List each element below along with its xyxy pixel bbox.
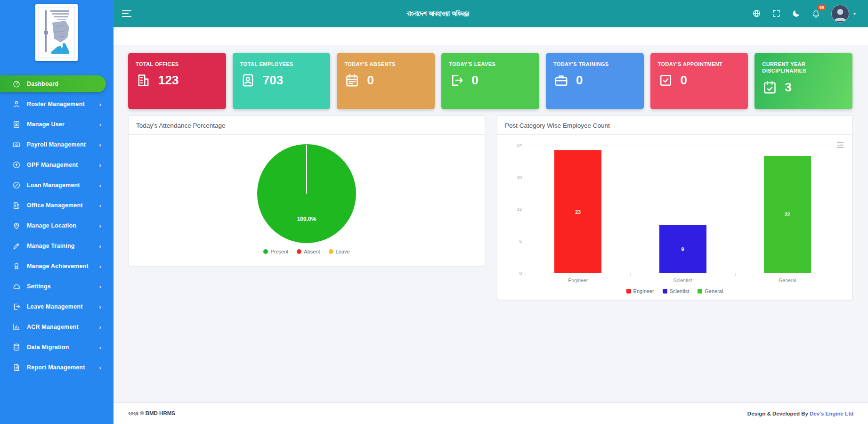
stat-card-label: TODAY'S TRAININGS	[553, 61, 636, 67]
language-globe-icon[interactable]	[752, 9, 761, 18]
legend-item-present[interactable]: Present	[263, 249, 288, 254]
sidebar-item-settings[interactable]: Settings›	[0, 278, 106, 295]
sidebar-item-acr-management[interactable]: ACR Management›	[0, 318, 106, 335]
sidebar-item-label: Dashboard	[27, 81, 58, 87]
org-logo[interactable]	[35, 4, 78, 61]
legend-marker	[329, 249, 333, 254]
category-panel: Post Category Wise Employee Count 061218…	[497, 115, 852, 300]
user-avatar[interactable]	[831, 5, 849, 23]
file-icon	[12, 363, 21, 372]
bar-scientist[interactable]: 9	[659, 225, 706, 273]
sidebar-item-label: ACR Management	[27, 324, 79, 330]
chevron-right-icon: ›	[99, 223, 101, 229]
stat-card-value: 0	[576, 73, 583, 88]
stat-card-value: 123	[158, 73, 178, 88]
stat-card-total-employees: TOTAL EMPLOYEES703	[233, 53, 331, 109]
x-axis-category-label: Scientist	[673, 277, 692, 283]
chevron-right-icon: ›	[99, 263, 101, 269]
y-axis-tick-label: 12	[507, 206, 522, 212]
stat-card-value: 703	[263, 73, 283, 88]
sidebar-item-label: Manage Training	[27, 243, 75, 249]
sidebar-item-label: GPF Management	[27, 162, 78, 168]
bar-legend: EngineerScientistGeneral	[497, 288, 852, 294]
sidebar-item-manage-location[interactable]: Manage Location›	[0, 217, 106, 234]
legend-item-engineer[interactable]: Engineer	[626, 288, 654, 294]
chevron-right-icon: ›	[99, 203, 101, 209]
sidebar-item-loan-management[interactable]: Loan Management›	[0, 177, 106, 194]
y-axis-tick-label: 0	[507, 270, 522, 276]
sidebar-item-manage-training[interactable]: Manage Training›	[0, 237, 106, 254]
pie-legend: PresentAbsentLeave	[129, 249, 485, 254]
legend-item-general[interactable]: General	[698, 288, 723, 294]
id-badge-icon	[240, 73, 256, 88]
stat-card-label: TOTAL EMPLOYEES	[240, 61, 323, 67]
sidebar-item-office-management[interactable]: Office Management›	[0, 197, 106, 214]
chart-icon	[12, 323, 21, 331]
sidebar-item-leave-management[interactable]: Leave Management›	[0, 298, 106, 315]
chevron-right-icon: ›	[99, 182, 101, 188]
sidebar-menu: DashboardRoster Management›Manage User›P…	[0, 75, 114, 379]
legend-label: Absent	[304, 249, 320, 254]
sidebar-item-label: Data Migration	[27, 344, 69, 351]
chevron-right-icon: ›	[99, 344, 101, 351]
calendar-icon	[344, 73, 360, 88]
sidebar-item-gpf-management[interactable]: GPF Management›	[0, 156, 106, 173]
sidebar-item-manage-achievement[interactable]: Manage Achievement›	[0, 258, 106, 275]
fullscreen-icon[interactable]	[772, 9, 781, 18]
sidebar-item-label: Manage Location	[27, 222, 76, 229]
building-icon	[12, 201, 21, 210]
stat-card-label: TODAY'S LEAVES	[449, 61, 532, 67]
sidebar-item-label: Manage Achievement	[27, 263, 89, 269]
sidebar-item-data-migration[interactable]: Data Migration›	[0, 339, 106, 356]
legend-item-absent[interactable]: Absent	[297, 249, 320, 254]
legend-marker	[263, 249, 268, 254]
sidebar-item-report-management[interactable]: Report Management›	[0, 359, 106, 376]
dark-mode-moon-icon[interactable]	[792, 9, 801, 18]
stat-card-value: 0	[681, 73, 687, 88]
app-title: বাংলাদেশ আবহাওয়া অধিদপ্তর	[406, 9, 469, 18]
stat-card-label: CURRENT YEAR DISCIPLINARIES	[762, 61, 845, 74]
stat-card-value: 0	[367, 73, 373, 88]
legend-item-leave[interactable]: Leave	[329, 249, 350, 254]
footer-developer-link[interactable]: Dev's Engine Ltd	[810, 411, 853, 416]
bar-engineer[interactable]: 23	[554, 150, 601, 273]
x-axis-tick	[630, 273, 631, 276]
hamburger-menu-icon[interactable]	[122, 10, 131, 17]
legend-label: Leave	[336, 249, 350, 254]
legend-item-scientist[interactable]: Scientist	[663, 288, 690, 294]
sidebar: DashboardRoster Management›Manage User›P…	[0, 0, 114, 424]
legend-label: Present	[270, 249, 288, 254]
stat-cards-row: TOTAL OFFICES123TOTAL EMPLOYEES703TODAY'…	[128, 53, 852, 109]
legend-label: Scientist	[670, 288, 690, 294]
x-axis-category-label: Engineer	[568, 277, 588, 283]
footer-copyright: ২০২৪ © BMD HRMS	[128, 410, 175, 416]
pie-slice-label: 100.0%	[297, 216, 316, 222]
stat-card-today-s-trainings: TODAY'S TRAININGS0	[546, 53, 644, 109]
sidebar-item-manage-user[interactable]: Manage User›	[0, 116, 106, 133]
sidebar-item-label: Loan Management	[27, 182, 80, 188]
stat-card-today-s-absents: TODAY'S ABSENTS0	[337, 53, 435, 109]
building-icon	[136, 73, 151, 88]
bar-value-label: 23	[575, 209, 581, 215]
map-pin-icon	[12, 221, 21, 230]
briefcase-icon	[553, 73, 569, 88]
x-axis-tick	[840, 273, 840, 276]
chevron-right-icon: ›	[99, 243, 101, 249]
bar-general[interactable]: 22	[764, 156, 811, 273]
notifications-bell-icon[interactable]: 99	[811, 9, 820, 18]
sidebar-item-label: Settings	[27, 283, 51, 290]
stat-card-total-offices: TOTAL OFFICES123	[128, 53, 226, 109]
chevron-down-icon[interactable]: ▾	[853, 11, 856, 16]
user-icon	[12, 100, 21, 108]
sidebar-item-roster-management[interactable]: Roster Management›	[0, 96, 106, 113]
sidebar-item-dashboard[interactable]: Dashboard	[0, 75, 106, 92]
legend-label: General	[705, 288, 723, 294]
cloud-icon	[12, 282, 21, 291]
stat-card-value: 3	[785, 80, 791, 95]
sign-out-icon	[12, 302, 21, 311]
footer: ২০২৪ © BMD HRMS Design & Developed By De…	[114, 402, 868, 424]
sidebar-item-payroll-management[interactable]: Payroll Management›	[0, 136, 106, 153]
sign-out-icon	[449, 73, 464, 88]
subheader-strip	[114, 27, 868, 45]
coin-icon	[12, 161, 21, 169]
